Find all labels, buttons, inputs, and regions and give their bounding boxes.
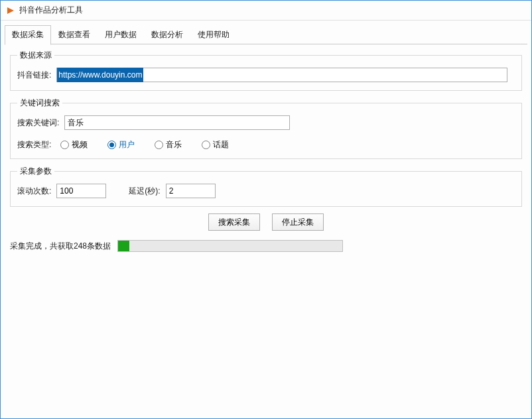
status-row: 采集完成，共获取248条数据	[10, 240, 522, 252]
radio-icon	[107, 141, 116, 149]
tab-data-view[interactable]: 数据查看	[51, 25, 98, 44]
url-input-text: https://www.douyin.com	[57, 68, 143, 82]
status-text: 采集完成，共获取248条数据	[10, 241, 111, 252]
delay-input[interactable]	[166, 184, 216, 198]
tab-data-collect[interactable]: 数据采集	[5, 25, 51, 45]
action-buttons: 搜索采集 停止采集	[10, 213, 522, 231]
tab-panel-collect: 数据来源 抖音链接: https://www.douyin.com 关键词搜索 …	[5, 44, 527, 414]
tab-help[interactable]: 使用帮助	[190, 25, 237, 44]
app-window: 抖音作品分析工具 数据采集 数据查看 用户数据 数据分析 使用帮助 数据来源 抖…	[0, 0, 532, 419]
radio-topic[interactable]: 话题	[202, 139, 229, 150]
group-keyword-legend: 关键词搜索	[17, 97, 62, 109]
radio-icon	[202, 141, 210, 149]
url-input[interactable]: https://www.douyin.com	[56, 68, 507, 82]
radio-video[interactable]: 视频	[60, 139, 88, 150]
progress-fill	[118, 241, 129, 251]
radio-icon	[60, 141, 69, 149]
radio-music[interactable]: 音乐	[155, 139, 182, 150]
group-source-legend: 数据来源	[17, 50, 54, 61]
search-type-label: 搜索类型:	[17, 139, 51, 150]
keyword-label: 搜索关键词:	[17, 117, 59, 129]
progress-bar	[117, 240, 343, 252]
app-icon	[6, 6, 15, 15]
tab-data-analysis[interactable]: 数据分析	[144, 25, 190, 44]
group-params: 采集参数 滚动次数: 延迟(秒):	[10, 166, 522, 207]
radio-user[interactable]: 用户	[107, 139, 135, 150]
scroll-count-input[interactable]	[56, 184, 106, 198]
keyword-input[interactable]	[64, 115, 290, 130]
tab-bar: 数据采集 数据查看 用户数据 数据分析 使用帮助	[1, 21, 531, 44]
group-keyword: 关键词搜索 搜索关键词: 搜索类型: 视频 用户 音乐	[10, 97, 522, 159]
delay-label: 延迟(秒):	[129, 186, 160, 197]
group-params-legend: 采集参数	[17, 166, 54, 177]
radio-icon	[155, 141, 163, 149]
titlebar: 抖音作品分析工具	[1, 1, 531, 21]
search-collect-button[interactable]: 搜索采集	[208, 213, 260, 231]
stop-collect-button[interactable]: 停止采集	[272, 213, 324, 231]
tab-user-data[interactable]: 用户数据	[98, 25, 144, 44]
url-label: 抖音链接:	[17, 70, 51, 81]
window-title: 抖音作品分析工具	[19, 5, 83, 16]
scroll-label: 滚动次数:	[17, 186, 51, 197]
group-source: 数据来源 抖音链接: https://www.douyin.com	[10, 50, 522, 91]
